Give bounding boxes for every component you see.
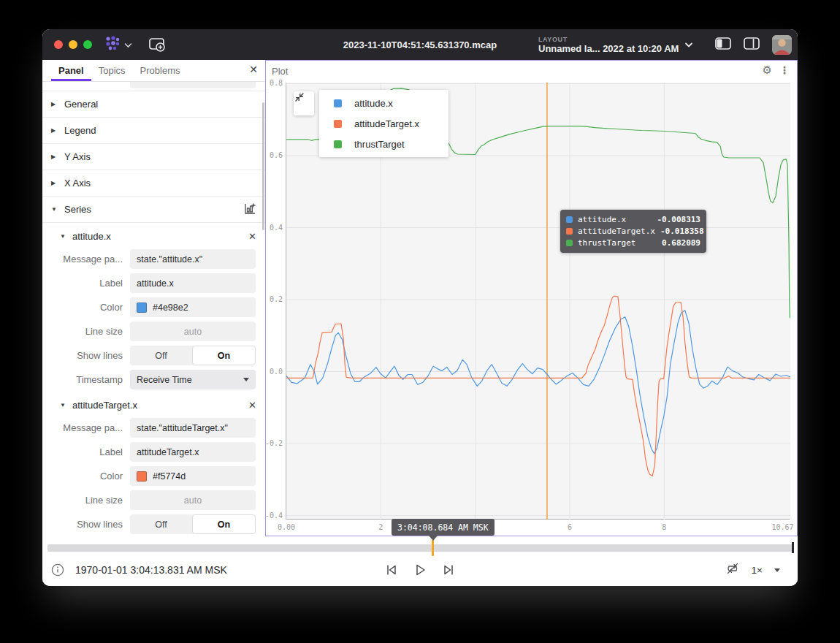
playback-speed[interactable]: 1× [752, 565, 763, 576]
message-path-input[interactable]: state."attitude.x" [130, 249, 256, 269]
caret-right-icon: ▶ [51, 127, 58, 134]
tooltip-row: thrustTarget 0.682089 [566, 237, 700, 248]
panel-title-row-clipped: Title Plot [42, 82, 265, 91]
caret-right-icon: ▶ [51, 153, 58, 160]
line-size-input[interactable]: auto [130, 322, 256, 341]
tooltip-series-value: -0.018358 [660, 227, 704, 236]
section-x-axis-label: X Axis [64, 178, 91, 189]
playback-timestamp[interactable]: 1970-01-01 3:04:13.831 AM MSK [75, 555, 227, 585]
tab-panel[interactable]: Panel [51, 60, 91, 81]
legend-item-thrust-target[interactable]: thrustTarget [319, 134, 448, 154]
show-lines-on[interactable]: On [192, 346, 256, 365]
plot-panel-title: Plot [272, 66, 288, 77]
remove-series-icon[interactable]: ✕ [248, 231, 256, 242]
tooltip-row: attitude.x -0.008313 [566, 213, 700, 225]
show-lines-toggle: Off On [130, 346, 256, 365]
playback-scrubber-track[interactable] [47, 544, 793, 552]
add-series-icon[interactable] [244, 202, 256, 217]
data-source-title[interactable]: 2023-11-10T04:51:45.631370.mcap [343, 39, 497, 50]
show-lines-off[interactable]: Off [130, 514, 192, 534]
playback-bar: 1970-01-01 3:04:13.831 AM MSK [42, 536, 798, 586]
y-tick-label: 0.8 [253, 79, 283, 87]
x-tick-label: 2 [378, 523, 383, 531]
close-window-button[interactable] [54, 40, 63, 49]
chevron-down-icon [243, 378, 249, 381]
right-sidebar-toggle-icon[interactable] [744, 37, 760, 53]
play-button[interactable] [413, 563, 427, 580]
message-path-label: Message pa... [42, 422, 130, 433]
sidebar-close-icon[interactable]: ✕ [249, 64, 258, 75]
color-input[interactable]: #f5774d [130, 466, 256, 486]
label-input[interactable]: attitudeTarget.x [130, 442, 256, 462]
sidebar-scrollbar[interactable] [262, 102, 264, 230]
title-field-input[interactable]: Plot [130, 82, 256, 88]
user-avatar[interactable] [772, 35, 792, 55]
x-tick-label: 10.67 [771, 523, 793, 531]
series-name: attitudeTarget.x [72, 400, 137, 411]
section-y-axis[interactable]: ▶ Y Axis [42, 144, 265, 170]
x-tick-label: 6 [568, 523, 572, 531]
color-swatch[interactable] [137, 471, 147, 482]
label-label: Label [42, 446, 130, 457]
color-label: Color [42, 471, 130, 482]
message-path-label: Message pa... [42, 254, 130, 265]
section-general[interactable]: ▶ General [42, 91, 265, 118]
tab-topics[interactable]: Topics [91, 60, 133, 81]
section-x-axis[interactable]: ▶ X Axis [42, 170, 265, 197]
color-value: #4e98e2 [153, 303, 188, 313]
y-tick-label: -0.4 [253, 511, 283, 520]
label-label: Label [42, 278, 130, 289]
series-header[interactable]: ▼ attitudeTarget.x ✕ [42, 394, 265, 416]
playback-info-icon[interactable] [51, 563, 64, 579]
color-swatch[interactable] [137, 303, 147, 313]
series-header[interactable]: ▼ attitude.x ✕ [42, 225, 265, 247]
traffic-lights [54, 40, 92, 49]
layout-chevron-down-icon [684, 38, 693, 51]
layout-label: LAYOUT [538, 36, 679, 43]
color-input[interactable]: #4e98e2 [130, 297, 256, 317]
tooltip-series-value: -0.008313 [657, 215, 700, 224]
series-editor-attitude-target-x: ▼ attitudeTarget.x ✕ Message pa... state… [42, 394, 265, 536]
layout-menu[interactable]: LAYOUT Unnamed la... 2022 at 10:20 AM [538, 36, 693, 54]
show-lines-toggle: Off On [130, 514, 256, 534]
layout-name: Unnamed la... 2022 at 10:20 AM [538, 43, 679, 54]
series-name: attitude.x [72, 231, 111, 242]
legend-item-attitude-target-x[interactable]: attitudeTarget.x [319, 113, 448, 134]
panel-settings-gear-icon[interactable]: ⚙ [763, 64, 772, 77]
y-tick-label: 0.6 [253, 151, 283, 159]
seek-backward-button[interactable] [384, 563, 399, 580]
playback-playhead[interactable] [432, 540, 434, 556]
title-bar: 2023-11-10T04:51:45.631370.mcap LAYOUT U… [42, 29, 798, 60]
app-menu-chevron-down-icon[interactable] [124, 38, 132, 51]
zoom-window-button[interactable] [83, 40, 92, 49]
minimize-window-button[interactable] [69, 40, 77, 49]
left-sidebar-toggle-icon[interactable] [715, 37, 731, 53]
caret-down-icon: ▼ [60, 233, 66, 240]
series-color-swatch [334, 120, 342, 128]
label-input[interactable]: attitude.x [130, 273, 256, 293]
show-lines-off[interactable]: Off [130, 346, 192, 365]
line-size-input[interactable]: auto [130, 490, 256, 510]
timestamp-label: Timestamp [42, 374, 130, 385]
seek-forward-button[interactable] [441, 563, 456, 580]
speed-dropdown-caret-icon[interactable] [774, 568, 780, 572]
playback-end-marker [792, 542, 794, 553]
tab-problems[interactable]: Problems [133, 60, 188, 81]
show-lines-on[interactable]: On [192, 514, 256, 534]
panel-menu-kebab-icon[interactable]: ⋮ [779, 64, 790, 76]
app-logo-icon[interactable] [104, 34, 121, 55]
message-path-input[interactable]: state."attitudeTarget.x" [130, 418, 256, 438]
plot-panel[interactable]: Plot ⚙ ⋮ 0.80.60.40.20.0-0.2-0.4 0.00246… [265, 60, 798, 536]
remove-series-icon[interactable]: ✕ [248, 400, 256, 411]
section-series[interactable]: ▼ Series [42, 197, 265, 223]
legend-collapse-button[interactable] [294, 91, 314, 115]
add-panel-button[interactable] [148, 37, 166, 53]
section-legend-label: Legend [64, 125, 96, 136]
loop-off-icon[interactable] [725, 561, 740, 579]
chart-plot-area[interactable]: 0.80.60.40.20.0-0.2-0.4 0.00246810.67 at… [286, 83, 790, 520]
legend-item-attitude-x[interactable]: attitude.x [319, 93, 448, 113]
timestamp-select[interactable]: Receive Time [130, 370, 256, 389]
show-lines-label: Show lines [42, 519, 130, 530]
section-legend[interactable]: ▶ Legend [42, 118, 265, 144]
section-general-label: General [64, 99, 98, 110]
